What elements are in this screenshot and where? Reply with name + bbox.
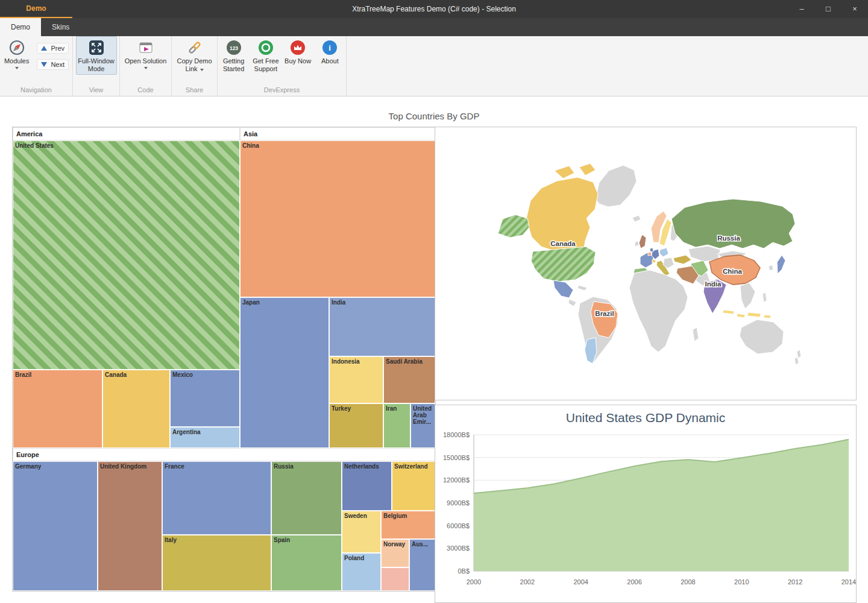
treemap-tile-label: Japan bbox=[241, 298, 329, 307]
treemap-tile-label: Norway bbox=[382, 540, 409, 549]
map-label-india: India bbox=[705, 280, 722, 288]
treemap-tile-italy[interactable]: Italy bbox=[162, 535, 271, 591]
treemap-tile-label: Canada bbox=[103, 370, 169, 379]
treemap-tile-united-kingdom[interactable]: United Kingdom bbox=[98, 461, 162, 591]
about-button[interactable]: i About bbox=[314, 36, 346, 67]
treemap-tile-indonesia[interactable]: Indonesia bbox=[329, 356, 383, 403]
group-caption-view: View bbox=[73, 85, 119, 96]
treemap-tile-france[interactable]: France bbox=[162, 461, 271, 535]
treemap-tile-united-arab-emir[interactable]: United Arab Emir... bbox=[410, 403, 435, 448]
treemap-tile-spain[interactable]: Spain bbox=[271, 535, 342, 591]
ribbon-group-navigation: Modules Prev Next Navigation bbox=[0, 36, 73, 96]
ribbon-group-share: Copy Demo Link Share bbox=[172, 36, 218, 96]
dropdown-caret-icon bbox=[200, 69, 204, 71]
x-axis-tick-label: 2008 bbox=[681, 578, 695, 586]
treemap-tile-turkey[interactable]: Turkey bbox=[329, 403, 383, 448]
modules-button[interactable]: Modules bbox=[0, 36, 33, 71]
map-region-africa[interactable] bbox=[629, 270, 699, 352]
open-solution-button[interactable]: Open Solution bbox=[122, 36, 170, 71]
treemap-tile-canada[interactable]: Canada bbox=[102, 370, 170, 448]
treemap-tile-aus[interactable]: Aus... bbox=[409, 539, 435, 591]
get-free-support-label: Get Free Support bbox=[251, 57, 280, 73]
modules-label: Modules bbox=[4, 57, 30, 65]
map-region-korea[interactable] bbox=[769, 265, 773, 271]
treemap-tile-belgium[interactable]: Belgium bbox=[381, 511, 435, 539]
map-country-canada[interactable] bbox=[526, 163, 598, 252]
world-map-panel: CanadaRussiaChinaIndiaBrazil bbox=[435, 127, 857, 400]
group-caption-share: Share bbox=[172, 85, 217, 96]
prev-label: Prev bbox=[51, 45, 64, 52]
treemap-tile-russia[interactable]: Russia bbox=[271, 461, 342, 535]
svg-text:123: 123 bbox=[230, 45, 238, 51]
prev-button[interactable]: Prev bbox=[37, 43, 69, 54]
x-axis-tick-label: 2006 bbox=[627, 578, 641, 586]
map-country-japan[interactable] bbox=[777, 255, 785, 274]
map-region-australia[interactable] bbox=[740, 320, 784, 354]
y-axis-tick-label: 15000B$ bbox=[443, 454, 470, 461]
treemap-tile-netherlands[interactable]: Netherlands bbox=[342, 461, 392, 511]
treemap-tile-unlabeled[interactable] bbox=[381, 567, 409, 591]
tab-skins[interactable]: Skins bbox=[41, 18, 80, 36]
maximize-button[interactable]: □ bbox=[815, 0, 841, 18]
treemap-tile-label: Belgium bbox=[382, 511, 435, 520]
map-region-greenland[interactable] bbox=[596, 165, 637, 207]
treemap-tile-label: United States bbox=[13, 141, 239, 150]
treemap-tile-argentina[interactable]: Argentina bbox=[170, 427, 240, 448]
buy-now-button[interactable]: Buy Now bbox=[282, 36, 314, 67]
treemap-tile-germany[interactable]: Germany bbox=[13, 461, 98, 591]
chart-title: United States GDP Dynamic bbox=[435, 411, 856, 425]
dropdown-caret-icon bbox=[15, 67, 19, 69]
about-label: About bbox=[321, 57, 339, 65]
map-country-netherlands[interactable] bbox=[650, 248, 653, 252]
x-axis-tick-label: 2002 bbox=[520, 578, 535, 586]
treemap-tile-label: Russia bbox=[272, 462, 341, 471]
svg-text:i: i bbox=[329, 43, 332, 52]
treemap-tile-label: Spain bbox=[272, 535, 341, 545]
open-solution-icon bbox=[138, 40, 154, 55]
treemap-tile-brazil[interactable]: Brazil bbox=[13, 370, 102, 448]
tab-demo[interactable]: Demo bbox=[0, 18, 41, 36]
copy-demo-link-button[interactable]: Copy Demo Link bbox=[174, 36, 215, 75]
getting-started-button[interactable]: 123 Getting Started bbox=[218, 36, 250, 75]
treemap-tile-mexico[interactable]: Mexico bbox=[170, 370, 240, 427]
map-country-mexico[interactable] bbox=[553, 280, 573, 298]
map-country-indonesia[interactable] bbox=[723, 310, 771, 318]
treemap-tile-united-states[interactable]: United States bbox=[13, 140, 240, 370]
treemap-tile-poland[interactable]: Poland bbox=[342, 553, 381, 591]
treemap-tile-switzerland[interactable]: Switzerland bbox=[392, 461, 435, 511]
app-menu-tab[interactable]: Demo bbox=[0, 0, 72, 18]
treemap-tile-label: United Arab Emir... bbox=[411, 404, 435, 426]
group-caption-navigation: Navigation bbox=[0, 85, 72, 96]
map-region-indochina[interactable] bbox=[740, 283, 755, 309]
treemap-tile-saudi-arabia[interactable]: Saudi Arabia bbox=[383, 356, 435, 403]
full-window-mode-button[interactable]: Full-Window Mode bbox=[76, 36, 117, 75]
treemap-tile-norway[interactable]: Norway bbox=[381, 539, 409, 567]
map-country-belgium[interactable] bbox=[648, 252, 652, 256]
next-label: Next bbox=[51, 61, 64, 68]
get-free-support-button[interactable]: Get Free Support bbox=[250, 36, 281, 75]
map-country-poland[interactable] bbox=[659, 248, 668, 257]
getting-started-label: Getting Started bbox=[219, 57, 248, 73]
treemap-tile-label: Saudi Arabia bbox=[384, 357, 435, 366]
treemap-tile-label bbox=[382, 568, 409, 570]
treemap-group-header-asia: Asia bbox=[240, 127, 435, 140]
map-country-united-kingdom[interactable] bbox=[639, 235, 646, 248]
treemap-tile-label: Switzerland bbox=[392, 462, 435, 471]
treemap-tile-label: Italy bbox=[163, 535, 271, 545]
minimize-button[interactable]: – bbox=[788, 0, 815, 18]
group-caption-devexpress: DevExpress bbox=[218, 85, 346, 96]
treemap-tile-japan[interactable]: Japan bbox=[240, 297, 329, 448]
up-triangle-icon bbox=[41, 46, 47, 51]
map-country-turkey[interactable] bbox=[673, 255, 691, 264]
treemap-tile-iran[interactable]: Iran bbox=[383, 403, 410, 448]
treemap-tile-china[interactable]: China bbox=[240, 140, 435, 297]
close-button[interactable]: × bbox=[841, 0, 868, 18]
treemap-tile-india[interactable]: India bbox=[329, 297, 435, 356]
y-axis-tick-label: 18000B$ bbox=[443, 431, 470, 438]
next-button[interactable]: Next bbox=[37, 59, 69, 70]
map-region-new-zealand[interactable] bbox=[794, 350, 801, 365]
gdp-area-chart: 0B$3000B$6000B$9000B$12000B$15000B$18000… bbox=[435, 426, 856, 600]
map-country-switzerland[interactable] bbox=[652, 259, 656, 263]
map-region-philippines[interactable] bbox=[763, 292, 767, 302]
treemap-tile-sweden[interactable]: Sweden bbox=[342, 511, 381, 553]
